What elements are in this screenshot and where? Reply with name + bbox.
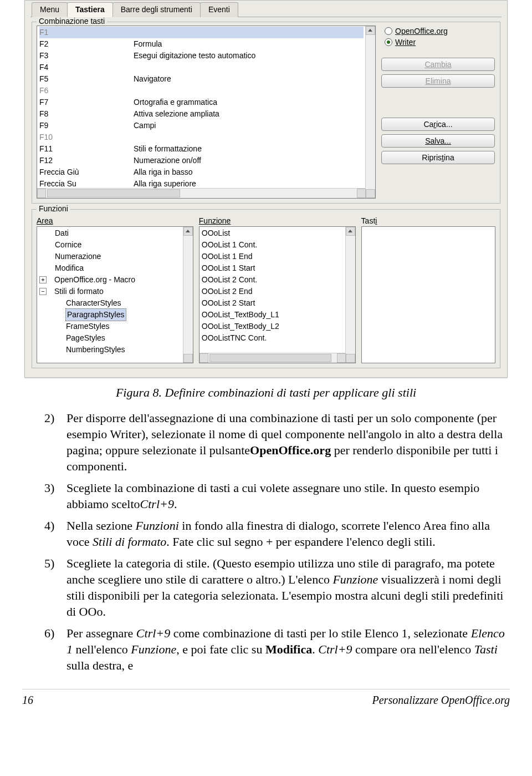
radio-writer-label: Writer [395, 38, 416, 47]
shortcut-listbox[interactable]: F1F2FormulaF3Esegui digitazione testo au… [37, 26, 376, 199]
shortcut-function: Alla riga superiore [134, 178, 364, 189]
shortcut-row[interactable]: F11Stili e formattazione [39, 143, 364, 155]
function-item[interactable]: OOoList_TextBody_L2 [202, 321, 344, 332]
shortcut-key: F8 [39, 108, 134, 120]
scroll-thumb[interactable] [209, 354, 331, 362]
shortcut-function: Navigatore [134, 73, 364, 85]
tree-subitem[interactable]: NumberingStyles [39, 344, 181, 356]
ripristina-button[interactable]: Ripristina [381, 151, 495, 164]
page-number: 16 [22, 694, 33, 707]
tab-barre[interactable]: Barre degli strumenti [112, 2, 201, 17]
shortcut-key: F4 [39, 62, 134, 73]
shortcut-key: F5 [39, 73, 134, 85]
tree-item[interactable]: Cornice [39, 239, 181, 251]
scroll-down-icon [186, 357, 190, 360]
label-tasti: Tasti [361, 216, 495, 225]
tree-label: OpenOffice.org - Macro [49, 274, 135, 286]
label-funzione: Funzione [199, 216, 356, 225]
step-6: Per assegnare Ctrl+9 come combinazione d… [22, 625, 510, 673]
tree-item[interactable]: Modifica [39, 262, 181, 274]
tab-eventi[interactable]: Eventi [200, 2, 238, 17]
tree-subitem[interactable]: FrameStyles [39, 321, 181, 332]
shortcut-function: Ortografia e grammatica [134, 97, 364, 108]
dialog-tabs: Menu Tastiera Barre degli strumenti Even… [30, 2, 502, 17]
scrollbar-horizontal[interactable] [200, 353, 346, 363]
scrollbar-vertical[interactable] [345, 227, 355, 363]
label-area: Area [37, 216, 193, 225]
function-item[interactable]: OOoList_TextBody_L1 [202, 309, 344, 321]
function-item[interactable]: OOoList 2 End [202, 286, 344, 297]
scroll-down-icon [368, 192, 372, 195]
shortcut-function: Attiva selezione ampliata [134, 108, 364, 120]
area-treeview[interactable]: DatiCorniceNumerazioneModifica+OpenOffic… [37, 226, 193, 363]
function-item[interactable]: OOoListTNC Cont. [202, 332, 344, 344]
function-item[interactable]: OOoList 1 Start [202, 262, 344, 274]
tree-item-macro[interactable]: +OpenOffice.org - Macro [39, 274, 181, 286]
shortcut-function [134, 27, 364, 38]
tree-item[interactable]: Dati [39, 227, 181, 239]
scroll-up-icon [186, 230, 190, 232]
shortcut-key: F7 [39, 97, 134, 108]
scrollbar-vertical[interactable] [183, 227, 193, 363]
step-5: Scegliete la categoria di stile. (Questo… [22, 555, 510, 620]
group-funzioni: Funzioni Area DatiCorniceNumerazioneModi… [32, 209, 500, 368]
shortcut-key: F11 [39, 143, 134, 155]
shortcut-function: Stili e formattazione [134, 143, 364, 155]
shortcut-function: Alla riga in basso [134, 166, 364, 178]
function-item[interactable]: OOoList 2 Start [202, 297, 344, 309]
carica-button[interactable]: Carica... [381, 118, 495, 131]
tree-subitem[interactable]: CharacterStyles [39, 297, 181, 309]
shortcut-row[interactable]: F1 [39, 27, 364, 38]
tab-menu[interactable]: Menu [32, 2, 68, 17]
shortcut-key: Freccia Giù [39, 166, 134, 178]
shortcut-row[interactable]: F12Numerazione on/off [39, 155, 364, 166]
salva-button[interactable]: Salva... [381, 134, 495, 148]
function-item[interactable]: OOoList 1 Cont. [202, 239, 344, 251]
shortcut-row[interactable]: F2Formula [39, 38, 364, 50]
scrollbar-vertical[interactable] [365, 26, 375, 198]
customize-dialog: Menu Tastiera Barre degli strumenti Even… [24, 0, 508, 378]
tab-tastiera[interactable]: Tastiera [67, 2, 113, 17]
shortcut-row[interactable]: Freccia GiùAlla riga in basso [39, 166, 364, 178]
function-item[interactable]: OOoList [202, 227, 344, 239]
shortcut-row[interactable]: F5Navigatore [39, 73, 364, 85]
function-item[interactable]: OOoList 2 Cont. [202, 274, 344, 286]
shortcut-function: Numerazione on/off [134, 155, 364, 166]
radio-icon [385, 27, 392, 35]
shortcut-row[interactable]: F10 [39, 131, 364, 143]
tree-subitem[interactable]: PageStyles [39, 332, 181, 344]
tree-item[interactable]: Numerazione [39, 251, 181, 262]
elimina-button[interactable]: Elimina [381, 74, 495, 88]
function-item[interactable]: OOoList 1 End [202, 251, 344, 262]
tasti-listbox[interactable] [361, 226, 495, 363]
step-2: Per disporre dell'assegnazione di una co… [22, 410, 510, 474]
tree-subitem-selected: ParagraphStyles [66, 309, 126, 321]
expand-icon[interactable]: + [39, 276, 47, 283]
shortcut-row[interactable]: Freccia SuAlla riga superiore [39, 178, 364, 189]
shortcut-row[interactable]: F7Ortografia e grammatica [39, 97, 364, 108]
collapse-icon[interactable]: − [39, 288, 47, 295]
shortcut-row[interactable]: F3Esegui digitazione testo automatico [39, 50, 364, 62]
shortcut-row[interactable]: F8Attiva selezione ampliata [39, 108, 364, 120]
step-4: Nella sezione Funzioni in fondo alla fin… [22, 518, 510, 550]
scroll-thumb[interactable] [47, 189, 180, 197]
tree-item-stili[interactable]: −Stili di formato [39, 286, 181, 297]
shortcut-key: F9 [39, 120, 134, 131]
shortcut-key: F12 [39, 155, 134, 166]
cambia-button[interactable]: Cambia [381, 58, 495, 71]
shortcut-row[interactable]: F6 [39, 85, 364, 97]
tree-subitem[interactable]: ParagraphStyles [39, 309, 181, 321]
funzione-listbox[interactable]: OOoListOOoList 1 Cont.OOoList 1 EndOOoLi… [199, 226, 356, 363]
shortcut-row[interactable]: F4 [39, 62, 364, 73]
radio-openoffice[interactable]: OpenOffice.org [385, 27, 495, 35]
radio-checked-icon [385, 38, 392, 46]
page-footer: 16 Personalizzare OpenOffice.org [22, 689, 510, 707]
scrollbar-horizontal[interactable] [37, 188, 366, 198]
shortcut-function: Campi [134, 120, 364, 131]
shortcut-key: F6 [39, 85, 134, 97]
group-keys-title: Combinazione tasti [37, 17, 107, 26]
shortcut-key: F10 [39, 131, 134, 143]
shortcut-row[interactable]: F9Campi [39, 120, 364, 131]
shortcut-function: Esegui digitazione testo automatico [134, 50, 364, 62]
radio-writer[interactable]: Writer [385, 38, 495, 47]
